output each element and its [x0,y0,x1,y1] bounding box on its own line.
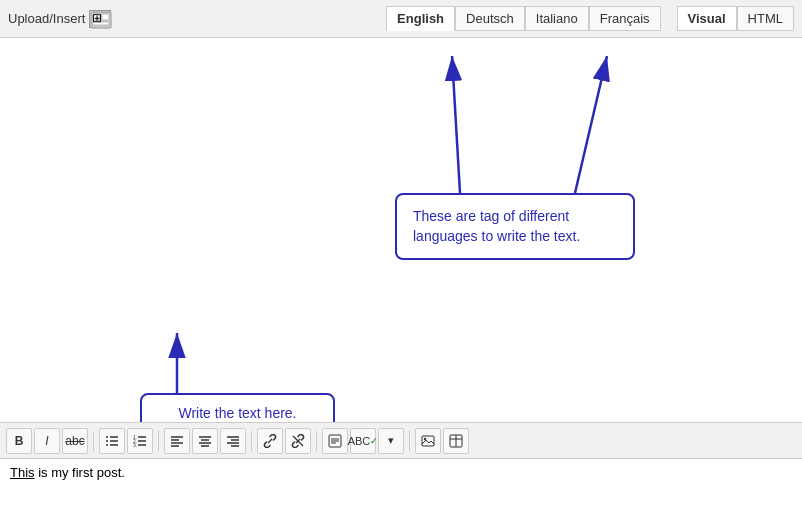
link-button[interactable] [257,428,283,454]
toolbar-separator-1 [93,431,94,451]
unordered-list-button[interactable] [99,428,125,454]
align-right-button[interactable] [220,428,246,454]
svg-rect-2 [102,14,109,20]
svg-rect-37 [422,436,434,446]
table-button[interactable] [443,428,469,454]
tab-english[interactable]: English [386,6,455,31]
spellcheck-dropdown[interactable]: ▾ [378,428,404,454]
upload-icon[interactable] [89,10,111,28]
tab-francais[interactable]: Français [589,6,661,31]
strikethrough-button[interactable]: abc [62,428,88,454]
top-bar: Upload/Insert English Deutsch Italiano F… [0,0,802,38]
tab-html[interactable]: HTML [737,6,794,31]
svg-text:3.: 3. [133,442,137,448]
content-text: This is my first post. [10,465,125,480]
blockquote-button[interactable] [322,428,348,454]
svg-rect-3 [93,22,109,25]
toolbar-separator-3 [251,431,252,451]
write-callout: Write the text here. [140,393,335,423]
unlink-button[interactable] [285,428,311,454]
content-underline-text: This [10,465,35,480]
align-left-button[interactable] [164,428,190,454]
language-callout: These are tag of different languages to … [395,193,635,260]
ordered-list-button[interactable]: 1.2.3. [127,428,153,454]
content-area[interactable]: This is my first post. [0,459,802,509]
image-button[interactable] [415,428,441,454]
svg-line-32 [293,436,303,446]
lang-tabs: English Deutsch Italiano Français [386,6,660,31]
toolbar-separator-5 [409,431,410,451]
svg-line-5 [452,56,460,193]
tab-visual[interactable]: Visual [677,6,737,31]
align-center-button[interactable] [192,428,218,454]
toolbar: B I abc 1.2.3. ABC✓ ▾ [0,423,802,459]
upload-area: Upload/Insert [8,10,111,28]
tab-deutsch[interactable]: Deutsch [455,6,525,31]
write-callout-text: Write the text here. [178,405,296,421]
bold-button[interactable]: B [6,428,32,454]
svg-rect-1 [93,14,100,20]
upload-label: Upload/Insert [8,11,85,26]
toolbar-separator-4 [316,431,317,451]
toolbar-separator-2 [158,431,159,451]
editor-area: These are tag of different languages to … [0,38,802,423]
tab-italiano[interactable]: Italiano [525,6,589,31]
italic-button[interactable]: I [34,428,60,454]
spellcheck-button[interactable]: ABC✓ [350,428,376,454]
svg-line-6 [575,56,607,193]
view-tabs: Visual HTML [677,6,794,31]
language-callout-text: These are tag of different languages to … [413,208,580,244]
content-normal-text: is my first post. [35,465,125,480]
